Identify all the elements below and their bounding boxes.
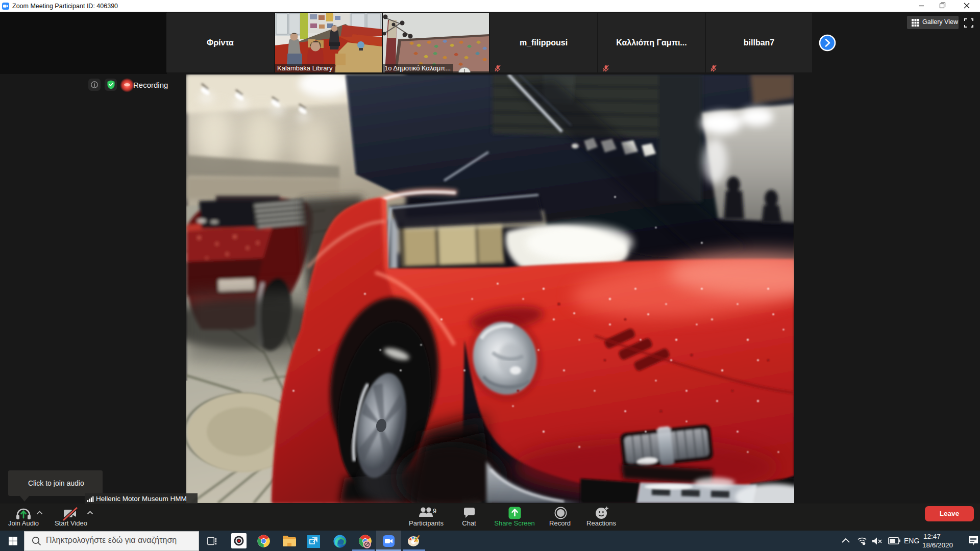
svg-text:Kalambaka Library: Kalambaka Library bbox=[277, 64, 333, 72]
svg-text:1ο Δημοτικό Καλαμπ...: 1ο Δημοτικό Καλαμπ... bbox=[384, 64, 451, 72]
